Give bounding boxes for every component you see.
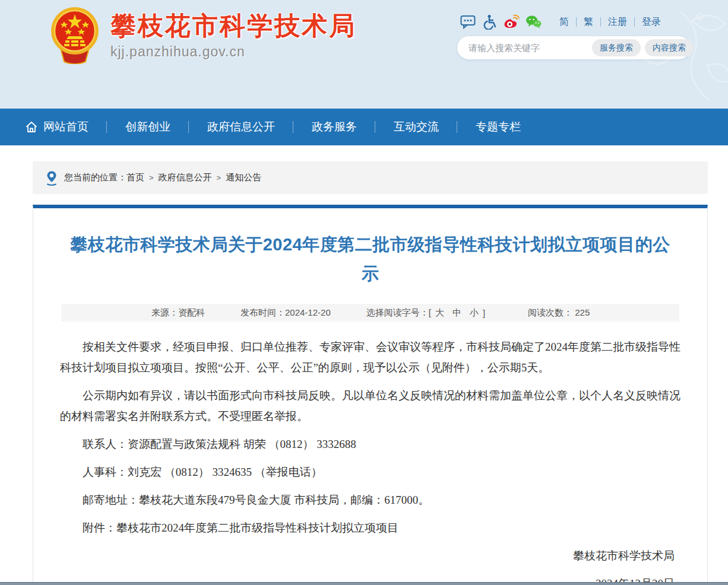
nav-item-label: 政府信息公开 (207, 119, 275, 135)
home-icon (25, 120, 38, 133)
nav-item-home[interactable]: 网站首页 (15, 118, 107, 136)
nav-item-label: 创新创业 (125, 119, 170, 135)
nav-item-special-topics[interactable]: 专题专栏 (457, 118, 539, 136)
article-title: 攀枝花市科学技术局关于2024年度第二批市级指导性科技计划拟立项项目的公示 (62, 230, 679, 288)
login-link[interactable]: 登录 (635, 16, 668, 28)
register-link[interactable]: 注册 (601, 16, 634, 28)
nav-item-label: 网站首页 (43, 119, 88, 135)
font-size-large[interactable]: 大 (435, 307, 444, 319)
site-name: 攀枝花市科学技术局 (110, 12, 356, 40)
meta-publish-date: 发布时间：2024-12-20 (240, 307, 331, 319)
nav-item-innovation[interactable]: 创新创业 (107, 118, 189, 136)
header-links: 简 繁 注册 登录 (552, 16, 668, 28)
nav-item-label: 专题专栏 (476, 119, 521, 135)
content-search-button[interactable]: 内容搜索 (645, 39, 694, 56)
attachment-link[interactable]: 附件：攀枝花市2024年度第二批市级指导性科技计划拟立项项目 (60, 517, 680, 538)
nav-item-label: 政务服务 (312, 119, 357, 135)
contact-person-line: 联系人：资源配置与政策法规科 胡荣 （0812） 3332688 (60, 434, 680, 454)
font-size-label-close: ] (483, 308, 485, 318)
link-simplified-chinese[interactable]: 简 (552, 16, 576, 28)
breadcrumb-prefix: 您当前的位置： (64, 172, 126, 183)
article-meta-bar: 来源：资配科 发布时间：2024-12-20 选择阅读字号：[ 大 中 小 ] … (61, 304, 679, 322)
breadcrumb-notices[interactable]: 通知公告 (226, 172, 261, 183)
site-identity: 攀枝花市科学技术局 kjj.panzhihua.gov.cn (110, 12, 356, 60)
hr-department-line: 人事科：刘克宏 （0812） 3324635 （举报电话） (60, 462, 680, 482)
breadcrumb-separator: > (149, 173, 154, 182)
main-nav: 网站首页 创新创业 政府信息公开 政务服务 互动交流 专题专栏 (0, 109, 728, 145)
article-card: 攀枝花市科学技术局关于2024年度第二批市级指导性科技计划拟立项项目的公示 来源… (33, 205, 708, 585)
footer-divider (0, 582, 728, 585)
article-paragraph-1: 按相关文件要求，经项目申报、归口单位推荐、专家评审、会议审议等程序，市科技局确定… (60, 336, 680, 378)
font-size-selector: 选择阅读字号：[ 大 中 小 ] (366, 307, 485, 319)
header-quick-bar: 简 繁 注册 登录 (460, 13, 668, 31)
signature-org: 攀枝花市科学技术局 (60, 545, 680, 566)
font-size-label: 选择阅读字号：[ (366, 307, 431, 319)
message-icon[interactable] (460, 14, 476, 30)
meta-source: 来源：资配科 (151, 307, 205, 319)
nav-item-label: 互动交流 (394, 119, 439, 135)
site-header: 攀枝花市科学技术局 kjj.panzhihua.gov.cn 简 繁 注册 登录… (0, 0, 728, 109)
nav-item-gov-services[interactable]: 政务服务 (293, 118, 375, 136)
mailing-address-line: 邮寄地址：攀枝花大道东段479号良金大厦 市科技局，邮编：617000。 (60, 489, 680, 510)
breadcrumb-home[interactable]: 首页 (126, 172, 144, 183)
nav-item-gov-info[interactable]: 政府信息公开 (189, 118, 293, 136)
breadcrumb-separator: > (217, 173, 221, 182)
meta-view-count: 阅读次数： 225 (528, 307, 590, 319)
article-body: 按相关文件要求，经项目申报、归口单位推荐、专家评审、会议审议等程序，市科技局确定… (60, 336, 680, 585)
wechat-icon[interactable] (526, 14, 542, 30)
breadcrumb: 您当前的位置： 首页 > 政府信息公开 > 通知公告 (33, 161, 708, 194)
accessibility-icon[interactable] (482, 14, 498, 30)
article-paragraph-2: 公示期内如有异议，请以书面形式向市科技局反映。凡以单位名义反映情况的材料需加盖单… (60, 385, 680, 427)
weibo-icon[interactable] (504, 14, 520, 30)
link-traditional-chinese[interactable]: 繁 (577, 16, 600, 28)
national-emblem-logo[interactable] (50, 6, 100, 64)
nav-item-interaction[interactable]: 互动交流 (375, 118, 457, 136)
search-input[interactable] (467, 42, 588, 53)
location-pin-icon (45, 170, 58, 186)
font-size-medium[interactable]: 中 (452, 307, 461, 319)
site-url: kjj.panzhihua.gov.cn (110, 44, 356, 60)
breadcrumb-gov-info[interactable]: 政府信息公开 (159, 172, 212, 183)
service-search-button[interactable]: 服务搜索 (592, 39, 641, 56)
search-bar: 服务搜索 内容搜索 (457, 36, 690, 59)
font-size-small[interactable]: 小 (470, 307, 479, 319)
